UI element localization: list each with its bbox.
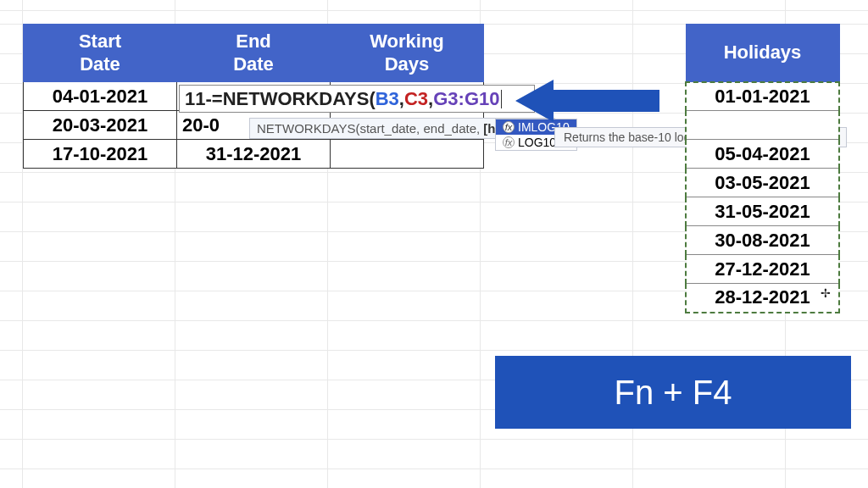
svg-marker-0: [515, 80, 659, 122]
cell-start-date[interactable]: 04-01-2021: [24, 82, 177, 111]
cell-cursor-icon: ✢: [821, 286, 831, 300]
cell-working-days[interactable]: [331, 140, 484, 169]
header-working-days: Working Days: [331, 25, 484, 82]
formula-arg2: C3: [404, 88, 428, 110]
holiday-cell[interactable]: 31-05-2021: [686, 197, 839, 226]
holiday-cell[interactable]: 30-08-2021: [686, 226, 839, 255]
cell-end-date[interactable]: 31-12-2021: [177, 140, 331, 169]
header-start-date: Start Date: [24, 25, 177, 82]
fx-icon: fx: [503, 136, 515, 148]
header-end-date: End Date: [177, 25, 331, 82]
text-caret: [501, 90, 502, 108]
holiday-cell-empty[interactable]: [686, 111, 839, 140]
formula-prefix: 11-: [185, 88, 212, 110]
table-header-row: Start Date End Date Working Days: [24, 25, 484, 82]
cell-start-date[interactable]: 20-03-2021: [24, 111, 177, 140]
cell-start-date[interactable]: 17-10-2021: [24, 140, 177, 169]
autocomplete-item-label: LOG10: [518, 136, 556, 149]
holiday-cell[interactable]: 03-05-2021: [686, 169, 839, 197]
holiday-cell[interactable]: 28-12-2021: [686, 284, 839, 313]
shortcut-callout: Fn + F4: [495, 356, 851, 429]
formula-input-cell[interactable]: 11- =NETWORKDAYS( B3, C3, G3:G10: [179, 85, 535, 113]
holiday-cell[interactable]: 01-01-2021: [686, 82, 839, 111]
formula-function: =NETWORKDAYS(: [212, 88, 376, 110]
pointer-arrow-icon: [515, 80, 659, 122]
table-row: 17-10-2021 31-12-2021: [24, 140, 484, 169]
holidays-table: Holidays 01-01-2021 05-04-2021 03-05-202…: [685, 24, 840, 313]
holiday-cell[interactable]: 05-04-2021: [686, 140, 839, 169]
holiday-cell[interactable]: 27-12-2021: [686, 255, 839, 284]
formula-arg1: B3: [376, 88, 399, 110]
formula-arg3: G3:G10: [433, 88, 499, 110]
header-holidays: Holidays: [686, 25, 839, 82]
fx-icon: fx: [503, 121, 515, 133]
